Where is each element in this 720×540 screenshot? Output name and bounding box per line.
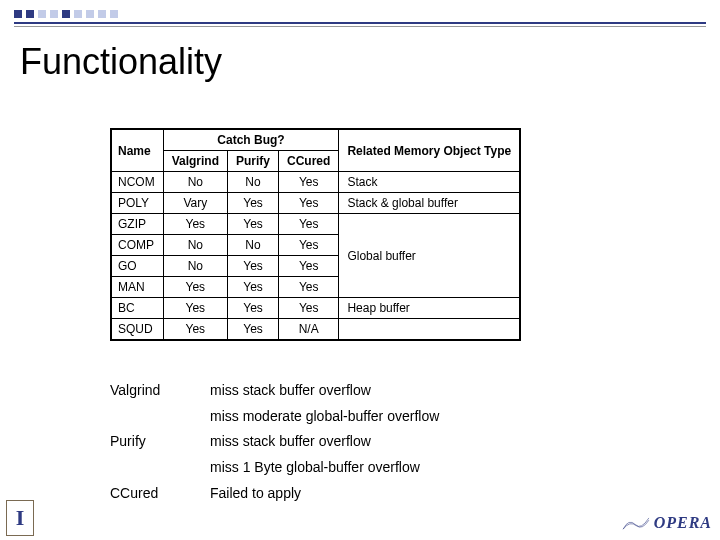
note-label: Purify (110, 431, 210, 453)
col-name: Name (111, 129, 163, 172)
note-text: miss stack buffer overflow (210, 380, 371, 402)
cell-purify: No (228, 172, 279, 193)
cell-ccured: Yes (279, 298, 339, 319)
cell-ccured: N/A (279, 319, 339, 341)
cell-purify: Yes (228, 256, 279, 277)
cell-ccured: Yes (279, 277, 339, 298)
cell-valgrind: Vary (163, 193, 227, 214)
note-text: miss stack buffer overflow (210, 431, 371, 453)
cell-memory (339, 319, 520, 341)
row-name: GO (111, 256, 163, 277)
cell-purify: Yes (228, 319, 279, 341)
row-name: COMP (111, 235, 163, 256)
cell-valgrind: Yes (163, 319, 227, 341)
header-decoration (0, 0, 720, 28)
note-text: Failed to apply (210, 483, 301, 505)
cell-memory: Stack & global buffer (339, 193, 520, 214)
notes-section: Valgrindmiss stack buffer overflowmiss m… (110, 380, 439, 508)
table-row: SQUDYesYesN/A (111, 319, 520, 341)
row-name: BC (111, 298, 163, 319)
subcol-valgrind: Valgrind (163, 151, 227, 172)
cell-purify: Yes (228, 298, 279, 319)
cell-valgrind: No (163, 172, 227, 193)
table-row: GZIPYesYesYesGlobal buffer (111, 214, 520, 235)
cell-ccured: Yes (279, 193, 339, 214)
cell-valgrind: No (163, 235, 227, 256)
opera-logo: OPERA (622, 514, 712, 532)
note-label (110, 457, 210, 479)
table-row: NCOMNoNoYesStack (111, 172, 520, 193)
subcol-ccured: CCured (279, 151, 339, 172)
row-name: SQUD (111, 319, 163, 341)
cell-ccured: Yes (279, 235, 339, 256)
note-label: Valgrind (110, 380, 210, 402)
note-label: CCured (110, 483, 210, 505)
row-name: GZIP (111, 214, 163, 235)
subcol-purify: Purify (228, 151, 279, 172)
note-label (110, 406, 210, 428)
illinois-logo: I (6, 500, 34, 536)
note-text: miss 1 Byte global-buffer overflow (210, 457, 420, 479)
cell-purify: Yes (228, 214, 279, 235)
cell-valgrind: Yes (163, 277, 227, 298)
col-memory-type: Related Memory Object Type (339, 129, 520, 172)
cell-valgrind: Yes (163, 298, 227, 319)
cell-memory: Global buffer (339, 214, 520, 298)
cell-purify: Yes (228, 277, 279, 298)
slide-title: Functionality (20, 44, 222, 80)
cell-purify: No (228, 235, 279, 256)
note-text: miss moderate global-buffer overflow (210, 406, 439, 428)
row-name: POLY (111, 193, 163, 214)
row-name: MAN (111, 277, 163, 298)
cell-memory: Heap buffer (339, 298, 520, 319)
cell-valgrind: Yes (163, 214, 227, 235)
cell-ccured: Yes (279, 256, 339, 277)
table-row: BCYesYesYesHeap buffer (111, 298, 520, 319)
cell-valgrind: No (163, 256, 227, 277)
table-row: POLYVaryYesYesStack & global buffer (111, 193, 520, 214)
cell-ccured: Yes (279, 172, 339, 193)
col-catchbug: Catch Bug? (163, 129, 339, 151)
functionality-table: Name Catch Bug? Related Memory Object Ty… (110, 128, 521, 341)
row-name: NCOM (111, 172, 163, 193)
cell-purify: Yes (228, 193, 279, 214)
cell-ccured: Yes (279, 214, 339, 235)
cell-memory: Stack (339, 172, 520, 193)
